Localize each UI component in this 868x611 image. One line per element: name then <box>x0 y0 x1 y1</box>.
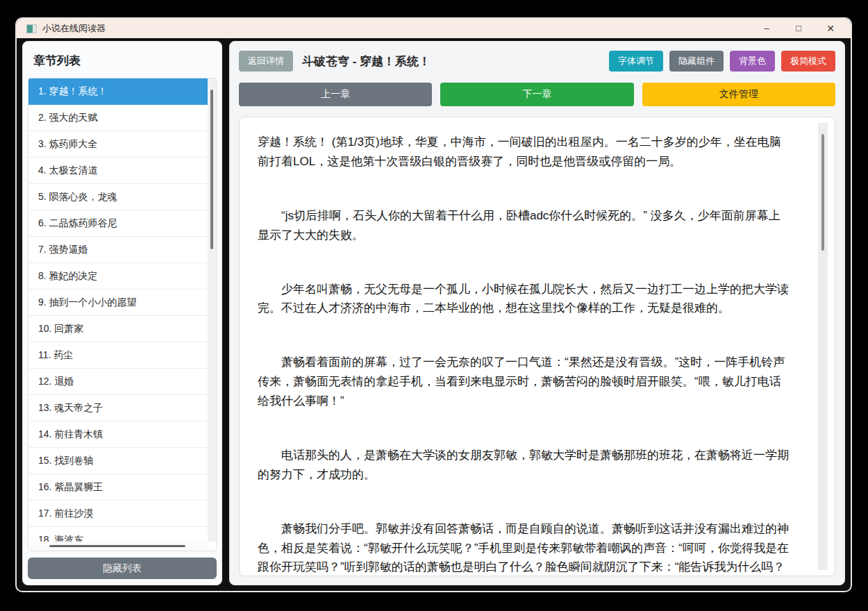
font-adjust-button[interactable]: 字体调节 <box>609 51 663 72</box>
chapter-item[interactable]: 15. 找到卷轴 <box>28 448 208 474</box>
chapter-item[interactable]: 13. 魂天帝之子 <box>28 395 208 421</box>
chapter-text-area[interactable]: 穿越！系统！ (第1/3页)地球，华夏，中海市，一间破旧的出租屋内。一名二十多岁… <box>239 117 835 576</box>
chapter-item[interactable]: 8. 雅妃的决定 <box>28 263 208 290</box>
close-button[interactable]: ✕ <box>815 19 846 38</box>
chapter-item[interactable]: 5. 陨落心炎，龙魂 <box>28 184 208 210</box>
scrollbar-thumb[interactable] <box>49 545 185 547</box>
chapter-paragraph: 少年名叫萧畅，无父无母是一个孤儿，小时候在孤儿院长大，然后又一边打工一边上学的把… <box>258 280 789 319</box>
background-color-button[interactable]: 背景色 <box>730 51 775 72</box>
chapter-title: 斗破苍穹 - 穿越！系统！ <box>302 53 431 69</box>
scrollbar-thumb[interactable] <box>821 134 824 251</box>
window-controls: – □ ✕ <box>751 19 851 38</box>
maximize-button[interactable]: □ <box>783 19 815 38</box>
reader-header: 返回详情 斗破苍穹 - 穿越！系统！ 字体调节 隐藏组件 背景色 极简模式 <box>239 51 835 72</box>
scrollbar-thumb[interactable] <box>210 90 213 249</box>
chapter-item[interactable]: 7. 强势逼婚 <box>28 237 208 263</box>
chapter-list-horizontal-scrollbar[interactable] <box>28 542 208 551</box>
chapter-list-heading: 章节列表 <box>28 46 217 78</box>
chapter-item[interactable]: 1. 穿越！系统！ <box>28 78 208 105</box>
back-to-details-button[interactable]: 返回详情 <box>239 51 293 72</box>
chapter-item[interactable]: 17. 前往沙漠 <box>28 501 208 527</box>
chapter-item[interactable]: 4. 太极玄清道 <box>28 158 208 184</box>
chapter-item[interactable]: 9. 抽到一个小小的愿望 <box>28 290 208 316</box>
chapter-text-content: 穿越！系统！ (第1/3页)地球，华夏，中海市，一间破旧的出租屋内。一名二十多岁… <box>240 117 835 576</box>
reader-toolbar: 字体调节 隐藏组件 背景色 极简模式 <box>609 51 835 72</box>
chapter-paragraph: 穿越！系统！ (第1/3页)地球，华夏，中海市，一间破旧的出租屋内。一名二十多岁… <box>258 133 789 171</box>
minimal-mode-button[interactable]: 极简模式 <box>781 51 835 72</box>
chapter-item[interactable]: 10. 回萧家 <box>28 316 208 342</box>
chapter-item[interactable]: 14. 前往青木镇 <box>28 421 208 448</box>
chapter-paragraph: 萧畅我们分手吧。郭敏并没有回答萧畅话，而是自顾自的说道。萧畅听到这话并没有漏出难… <box>258 519 789 576</box>
chapter-item[interactable]: 16. 紫晶翼狮王 <box>28 474 208 501</box>
chapter-item[interactable]: 12. 退婚 <box>28 369 208 395</box>
app-window: 小说在线阅读器 – □ ✕ 章节列表 1. 穿越！系统！ 2. 强大的天赋 3.… <box>15 17 852 592</box>
minimize-button[interactable]: – <box>751 19 783 38</box>
chapter-paragraph: 萧畅看着面前的屏幕，过了一会无奈的叹了一口气道：“果然还是没有晋级。”这时，一阵… <box>258 353 789 411</box>
chapter-item[interactable]: 18. 海波东 <box>28 527 208 542</box>
app-icon <box>26 24 37 33</box>
chapter-item[interactable]: 11. 药尘 <box>28 342 208 369</box>
chapter-item[interactable]: 6. 二品炼药师谷尼 <box>28 210 208 237</box>
prev-chapter-button[interactable]: 上一章 <box>239 83 432 106</box>
text-vertical-scrollbar[interactable] <box>818 123 828 570</box>
chapter-paragraph: “js切后排啊，石头人你的大留着干什么用，卧槽adc你什么时候死的。” 没多久，… <box>258 206 789 245</box>
chapter-items: 1. 穿越！系统！ 2. 强大的天赋 3. 炼药师大全 4. 太极玄清道 5. … <box>28 78 208 542</box>
chapter-nav-row: 上一章 下一章 文件管理 <box>239 83 835 106</box>
chapter-item[interactable]: 3. 炼药师大全 <box>28 131 208 158</box>
chapter-sidebar: 章节列表 1. 穿越！系统！ 2. 强大的天赋 3. 炼药师大全 4. 太极玄清… <box>22 41 222 585</box>
titlebar: 小说在线阅读器 – □ ✕ <box>17 19 851 38</box>
chapter-list-vertical-scrollbar[interactable] <box>208 78 216 542</box>
chapter-list: 1. 穿越！系统！ 2. 强大的天赋 3. 炼药师大全 4. 太极玄清道 5. … <box>28 78 217 551</box>
next-chapter-button[interactable]: 下一章 <box>440 83 633 106</box>
chapter-paragraph: 电话那头的人，是萧畅在大学谈的女朋友郭敏，郭敏大学时是萧畅那班的班花，在萧畅将近… <box>258 446 789 485</box>
hide-widgets-button[interactable]: 隐藏组件 <box>669 51 724 72</box>
file-manager-button[interactable]: 文件管理 <box>642 83 835 106</box>
app-body: 章节列表 1. 穿越！系统！ 2. 强大的天赋 3. 炼药师大全 4. 太极玄清… <box>17 38 851 591</box>
chapter-item[interactable]: 2. 强大的天赋 <box>28 105 208 131</box>
reader-panel: 返回详情 斗破苍穹 - 穿越！系统！ 字体调节 隐藏组件 背景色 极简模式 上一… <box>229 41 845 585</box>
window-title: 小说在线阅读器 <box>42 22 106 35</box>
hide-list-button[interactable]: 隐藏列表 <box>28 558 217 579</box>
